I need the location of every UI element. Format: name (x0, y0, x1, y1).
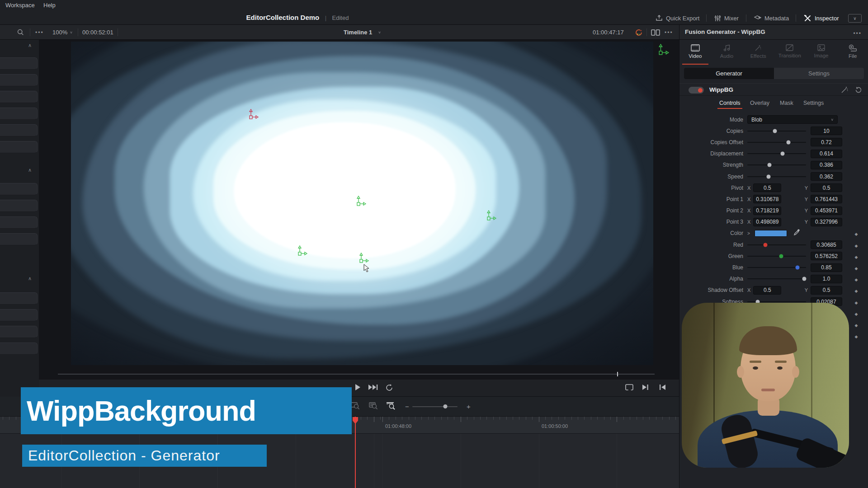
pivot-x-value[interactable]: 0.5 (753, 183, 781, 192)
keyframe-diamond[interactable]: ◆ (855, 312, 858, 316)
list-item[interactable] (0, 216, 38, 229)
point2-x-value[interactable]: 0.718219 (753, 206, 781, 215)
reset-button[interactable] (855, 86, 862, 95)
tab-controls[interactable]: Controls (719, 100, 741, 106)
tab-transition[interactable]: Transition (774, 42, 806, 64)
keyframe-tools-button[interactable] (841, 86, 849, 95)
node-enable-toggle[interactable] (689, 87, 704, 94)
mixer-button[interactable]: Mixer (714, 13, 739, 23)
copies-offset-value[interactable]: 0.72 (811, 138, 842, 146)
strength-value[interactable]: 0.386 (811, 161, 842, 169)
zoom-in-button[interactable]: + (467, 403, 471, 410)
zoom-level-dropdown[interactable]: 100% ∨ (52, 25, 73, 40)
zoom-custom-button[interactable] (386, 402, 396, 412)
tab-file[interactable]: File (837, 42, 868, 64)
list-item[interactable] (0, 91, 38, 103)
alpha-slider[interactable] (747, 273, 806, 285)
shadow-offset-x-value[interactable]: 0.5 (753, 286, 781, 295)
playhead-handle[interactable] (352, 417, 359, 427)
speed-slider[interactable] (747, 171, 806, 182)
zoom-out-button[interactable]: − (405, 403, 409, 410)
displacement-slider[interactable] (747, 148, 806, 160)
copies-offset-slider[interactable] (747, 136, 806, 148)
red-slider[interactable] (747, 239, 806, 250)
tab-video[interactable]: Video (679, 42, 711, 64)
inspector-options-button[interactable]: ••• (853, 29, 862, 37)
point3-x-value[interactable]: 0.498089 (753, 218, 781, 226)
viewer-more-button[interactable]: ••• (665, 25, 673, 40)
tab-image[interactable]: Image (806, 42, 837, 64)
segment-settings[interactable]: Settings (774, 68, 864, 79)
list-item[interactable] (0, 309, 38, 321)
chevron-up-icon[interactable]: ∧ (28, 42, 32, 48)
blue-slider[interactable] (747, 262, 806, 273)
zoom-fit-button[interactable] (351, 402, 360, 412)
red-value[interactable]: 0.30685 (811, 240, 842, 249)
list-item[interactable] (0, 57, 38, 70)
keyframe-diamond[interactable]: ◆ (855, 232, 858, 236)
blue-value[interactable]: 0.85 (811, 263, 842, 272)
bypass-grade-button[interactable] (635, 25, 643, 40)
fast-forward-button[interactable] (368, 384, 378, 393)
menu-workspace[interactable]: Workspace (5, 2, 35, 9)
tab-effects[interactable]: Effects (742, 42, 774, 64)
keyframe-diamond[interactable]: ◆ (855, 266, 858, 271)
green-slider[interactable] (747, 250, 806, 262)
tab-mask[interactable]: Mask (780, 100, 793, 106)
list-item[interactable] (0, 124, 38, 136)
chevron-up-icon[interactable]: ∧ (28, 276, 32, 282)
mode-dropdown[interactable]: Blob ∨ (747, 115, 838, 124)
search-button[interactable] (17, 25, 24, 40)
list-item[interactable] (0, 233, 38, 245)
point1-y-value[interactable]: 0.761443 (811, 195, 842, 203)
onscreen-controls-icon[interactable] (658, 43, 670, 58)
list-item[interactable] (0, 343, 38, 355)
seek-playhead[interactable] (617, 372, 618, 376)
color-swatch[interactable] (755, 230, 787, 237)
eyedropper-icon[interactable] (793, 229, 800, 238)
tab-audio[interactable]: Audio (711, 42, 743, 64)
viewer-seek-bar[interactable] (58, 374, 655, 375)
copies-slider[interactable] (747, 125, 806, 136)
next-frame-button[interactable] (642, 384, 649, 393)
keyframe-diamond[interactable]: ◆ (855, 323, 858, 328)
previous-frame-button[interactable] (659, 384, 666, 393)
zoom-slider-thumb[interactable] (443, 404, 448, 408)
timeline-zoom-slider[interactable] (412, 406, 458, 407)
keyframe-diamond[interactable]: ◆ (855, 289, 858, 293)
list-item[interactable] (0, 200, 38, 212)
list-item[interactable] (0, 141, 38, 153)
list-item[interactable] (0, 183, 38, 195)
alpha-value[interactable]: 1.0 (811, 275, 842, 283)
green-value[interactable]: 0.576252 (811, 252, 842, 260)
zoom-detail-button[interactable] (369, 402, 378, 412)
keyframe-diamond[interactable]: ◆ (855, 300, 858, 305)
viewer-options-button[interactable]: ••• (35, 25, 44, 40)
pivot-y-value[interactable]: 0.5 (811, 183, 842, 192)
tab-settings2[interactable]: Settings (803, 100, 824, 106)
strength-slider[interactable] (747, 160, 806, 171)
loop-range-button[interactable] (625, 384, 634, 393)
collapse-header-button[interactable]: ∨ (848, 14, 862, 23)
point-control-point[interactable] (297, 245, 308, 256)
expand-icon[interactable]: > (747, 231, 750, 236)
segment-generator[interactable]: Generator (684, 68, 774, 79)
point-control-point[interactable] (359, 252, 369, 263)
loop-button[interactable] (385, 384, 393, 393)
list-item[interactable] (0, 292, 38, 305)
displacement-value[interactable]: 0.614 (811, 150, 842, 158)
point1-x-value[interactable]: 0.310678 (753, 195, 781, 203)
dual-viewer-button[interactable] (651, 25, 660, 40)
point-control-point[interactable] (356, 195, 367, 206)
keyframe-diamond[interactable]: ◆ (855, 255, 858, 259)
point-control-point[interactable] (486, 210, 497, 221)
list-item[interactable] (0, 74, 38, 86)
point2-y-value[interactable]: 0.453971 (811, 206, 842, 215)
shadow-offset-y-value[interactable]: 0.5 (811, 286, 842, 295)
timeline-selector[interactable]: Timeline 1 ∨ (344, 25, 381, 40)
keyframe-diamond[interactable]: ◆ (855, 244, 858, 248)
inspector-button[interactable]: Inspector (804, 13, 839, 23)
menu-help[interactable]: Help (43, 2, 56, 9)
list-item[interactable] (0, 108, 38, 120)
keyframe-diamond[interactable]: ◆ (855, 334, 858, 339)
